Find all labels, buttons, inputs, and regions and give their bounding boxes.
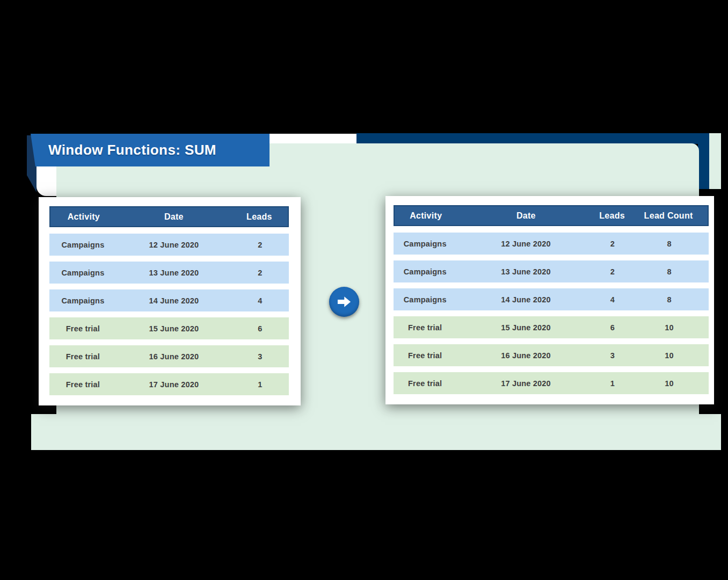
date-cell: 12 June 2020 <box>117 241 231 249</box>
date-cell: 14 June 2020 <box>456 295 595 304</box>
column-header: Leads <box>595 211 629 221</box>
leads-cell: 6 <box>231 324 289 333</box>
table-row: Campaigns 12 June 2020 2 <box>49 234 289 256</box>
lead-count-cell: 8 <box>630 295 709 304</box>
result-table-card: Activity Date Leads Lead Count Campaigns… <box>385 196 714 404</box>
transform-arrow <box>329 287 359 317</box>
activity-cell: Campaigns <box>394 240 456 248</box>
activity-cell: Campaigns <box>394 267 456 276</box>
activity-cell: Free trial <box>394 323 456 332</box>
activity-cell: Campaigns <box>394 295 456 304</box>
table-row: Free trial 15 June 2020 6 10 <box>394 316 709 338</box>
lead-count-cell: 8 <box>630 267 709 276</box>
source-table-card: Activity Date Leads Campaigns 12 June 20… <box>39 197 301 405</box>
date-cell: 13 June 2020 <box>456 267 595 276</box>
leads-cell: 2 <box>231 269 289 277</box>
date-cell: 12 June 2020 <box>456 240 595 248</box>
date-cell: 17 June 2020 <box>456 379 595 388</box>
right-arrow-icon <box>335 293 353 311</box>
activity-cell: Free trial <box>394 379 456 388</box>
infographic-canvas: Window Functions: SUM Activity Date Lead… <box>0 0 728 580</box>
leads-cell: 2 <box>595 267 630 276</box>
leads-cell: 2 <box>231 241 289 249</box>
column-header: Date <box>117 212 231 222</box>
table-row: Free trial 16 June 2020 3 <box>49 345 289 367</box>
activity-cell: Free trial <box>394 351 456 360</box>
table-row: Campaigns 14 June 2020 4 <box>49 289 289 311</box>
leads-cell: 1 <box>595 379 630 388</box>
table-row: Free trial 16 June 2020 3 10 <box>394 344 709 366</box>
date-cell: 17 June 2020 <box>117 380 231 389</box>
page-title: Window Functions: SUM <box>48 142 216 158</box>
date-cell: 15 June 2020 <box>456 323 595 332</box>
table-row: Free trial 17 June 2020 1 <box>49 373 289 395</box>
table-row: Campaigns 13 June 2020 2 <box>49 262 289 284</box>
date-cell: 16 June 2020 <box>117 352 231 361</box>
table-row: Campaigns 13 June 2020 2 8 <box>394 260 709 282</box>
column-header: Date <box>457 211 595 221</box>
column-header: Lead Count <box>629 211 708 221</box>
leads-cell: 4 <box>231 296 289 305</box>
lead-count-cell: 10 <box>630 323 709 332</box>
activity-cell: Campaigns <box>49 269 117 277</box>
lead-count-cell: 10 <box>630 351 709 360</box>
table-row: Free trial 15 June 2020 6 <box>49 317 289 339</box>
title-ribbon: Window Functions: SUM <box>31 134 270 166</box>
leads-cell: 2 <box>595 240 630 248</box>
mint-accent-right <box>709 133 721 189</box>
activity-cell: Free trial <box>49 352 117 361</box>
lead-count-cell: 10 <box>630 379 709 388</box>
column-header: Activity <box>395 211 457 221</box>
activity-cell: Campaigns <box>49 296 117 305</box>
leads-cell: 3 <box>595 351 630 360</box>
column-header: Leads <box>231 212 288 222</box>
date-cell: 16 June 2020 <box>456 351 595 360</box>
activity-cell: Free trial <box>49 380 117 389</box>
activity-cell: Campaigns <box>49 241 117 249</box>
column-header: Activity <box>50 212 117 222</box>
leads-cell: 3 <box>231 352 289 361</box>
date-cell: 15 June 2020 <box>117 324 231 333</box>
leads-cell: 1 <box>231 380 289 389</box>
result-table-header-row: Activity Date Leads Lead Count <box>394 205 709 226</box>
date-cell: 14 June 2020 <box>117 296 231 305</box>
source-table-header-row: Activity Date Leads <box>49 206 289 227</box>
lead-count-cell: 8 <box>630 240 709 248</box>
leads-cell: 6 <box>595 323 630 332</box>
activity-cell: Free trial <box>49 324 117 333</box>
navy-top-bar <box>356 133 709 144</box>
date-cell: 13 June 2020 <box>117 269 231 277</box>
table-row: Free trial 17 June 2020 1 10 <box>394 372 709 394</box>
navy-top-bar-end <box>698 133 709 189</box>
table-row: Campaigns 12 June 2020 2 8 <box>394 233 709 255</box>
leads-cell: 4 <box>595 295 630 304</box>
table-row: Campaigns 14 June 2020 4 8 <box>394 288 709 310</box>
